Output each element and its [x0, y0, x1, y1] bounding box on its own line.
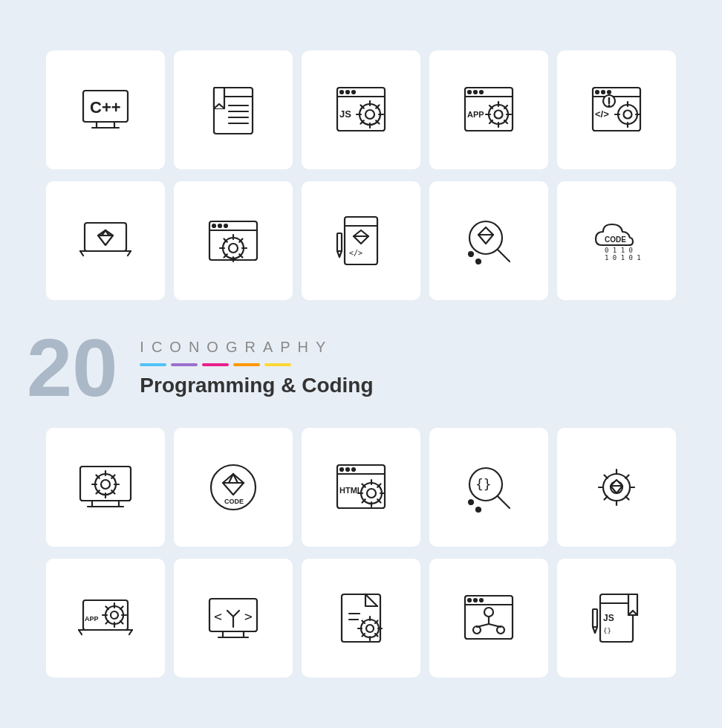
svg-text:JS: JS: [603, 613, 614, 623]
svg-line-147: [625, 475, 628, 478]
color-bar-pink: [202, 363, 229, 366]
svg-rect-200: [628, 594, 637, 615]
svg-line-40: [490, 105, 492, 108]
laptop-diamond-card: [46, 181, 165, 300]
svg-marker-85: [337, 251, 342, 257]
svg-marker-63: [98, 230, 113, 245]
info-section: 20 ICONOGRAPHY Programming & Coding: [19, 312, 703, 416]
monitor-code-layers-card: < >: [174, 559, 293, 677]
svg-point-125: [367, 489, 376, 498]
doc-gear-card: [302, 559, 420, 677]
js-settings-card: JS: [302, 51, 420, 169]
svg-text:0 1 1 0: 0 1 1 0: [605, 247, 633, 254]
svg-point-189: [468, 599, 471, 602]
svg-text:APP: APP: [85, 615, 99, 623]
svg-marker-113: [223, 474, 244, 495]
svg-point-103: [101, 480, 110, 489]
svg-text:C++: C++: [90, 98, 121, 117]
svg-text:1 0 1 0 1: 1 0 1 0 1: [605, 254, 641, 261]
app-settings-card: APP: [429, 51, 548, 169]
svg-point-50: [618, 105, 637, 124]
browser-person-card: [429, 559, 548, 677]
svg-point-48: [608, 91, 611, 94]
category-title: Programming & Coding: [140, 374, 373, 397]
svg-text:JS: JS: [339, 108, 351, 120]
svg-point-120: [340, 468, 343, 471]
svg-point-58: [608, 105, 611, 107]
svg-line-135: [498, 496, 510, 508]
svg-point-191: [480, 599, 483, 602]
color-bars: [140, 363, 373, 366]
svg-line-145: [605, 475, 608, 478]
icon-row-1: C++ JS: [19, 51, 703, 169]
svg-point-178: [366, 625, 374, 632]
cpp-monitor-card: C++: [46, 51, 165, 169]
svg-point-190: [474, 599, 477, 602]
html-settings-card: HTML: [302, 428, 420, 547]
svg-text:{}: {}: [475, 476, 492, 492]
svg-point-46: [596, 91, 599, 94]
svg-rect-67: [209, 221, 257, 260]
svg-text:APP: APP: [467, 110, 484, 119]
svg-point-137: [469, 500, 473, 504]
color-bar-blue: [140, 363, 166, 366]
search-diamond-card: [429, 181, 548, 300]
circle-diamond-code-card: CODE: [174, 428, 293, 547]
svg-line-42: [504, 105, 507, 108]
color-bar-purple: [171, 363, 198, 366]
color-bar-yellow: [264, 363, 291, 366]
info-text-block: ICONOGRAPHY Programming & Coding: [140, 339, 373, 397]
svg-point-15: [346, 91, 349, 94]
svg-point-69: [212, 224, 215, 227]
svg-point-122: [352, 468, 355, 471]
svg-line-90: [498, 250, 510, 261]
svg-line-174: [365, 594, 377, 606]
svg-point-30: [468, 91, 471, 94]
icon-row-2: </> CODE 0 1 1 0 1: [19, 181, 703, 300]
svg-text:>: >: [244, 608, 253, 624]
svg-point-192: [484, 608, 493, 617]
svg-point-47: [602, 91, 605, 94]
svg-rect-28: [465, 88, 513, 131]
svg-line-164: [120, 607, 123, 610]
svg-point-71: [224, 224, 227, 227]
notebook-diamond-code-card: </>: [302, 181, 420, 300]
svg-point-51: [624, 111, 632, 119]
svg-marker-202: [593, 627, 597, 633]
app-laptop-gear-card: APP: [46, 559, 165, 677]
svg-rect-173: [342, 594, 380, 642]
icon-row-3: CODE HTML: [19, 428, 703, 547]
svg-point-93: [469, 252, 473, 256]
main-container: C++ JS: [19, 51, 703, 677]
search-brackets-card: {}: [429, 428, 548, 547]
gear-diamond-card: [557, 428, 676, 547]
svg-line-148: [605, 496, 608, 499]
svg-point-31: [474, 91, 477, 94]
monitor-gear-card: [46, 428, 165, 547]
svg-line-43: [490, 120, 492, 123]
svg-line-162: [106, 607, 109, 610]
svg-line-163: [120, 621, 123, 624]
svg-point-35: [495, 111, 503, 119]
pen-js-book-card: JS {}: [557, 559, 676, 677]
svg-text:<: <: [214, 608, 222, 624]
svg-point-16: [352, 91, 355, 94]
svg-line-146: [625, 496, 628, 499]
browser-gear-card: [174, 181, 293, 300]
svg-point-32: [480, 91, 483, 94]
svg-text:CODE: CODE: [605, 235, 626, 244]
svg-point-121: [346, 468, 349, 471]
svg-point-157: [111, 611, 118, 619]
svg-point-138: [476, 507, 481, 512]
cloud-code-binary-card: CODE 0 1 1 0 1 0 1 0 1: [557, 181, 676, 300]
svg-text:</>: </>: [595, 108, 609, 120]
svg-line-41: [504, 120, 507, 123]
svg-rect-84: [337, 233, 342, 251]
svg-point-14: [340, 91, 343, 94]
svg-point-94: [476, 259, 481, 264]
icon-row-4: APP < >: [19, 559, 703, 677]
svg-rect-201: [593, 609, 597, 627]
svg-text:{}: {}: [603, 627, 611, 634]
doc-bookmark-card: [174, 51, 293, 169]
svg-text:</>: </>: [349, 249, 362, 257]
